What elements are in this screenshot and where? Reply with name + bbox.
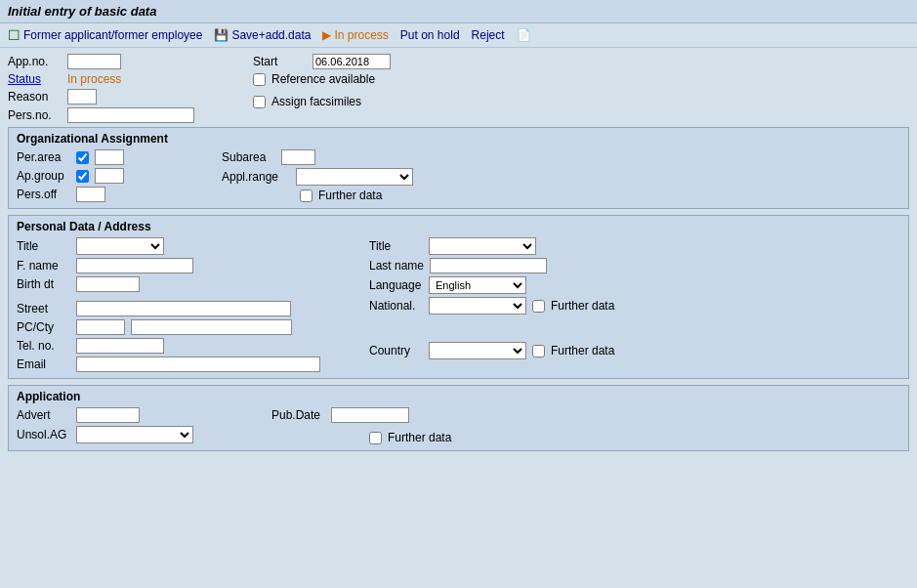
page-title: Initial entry of basic data <box>8 4 156 19</box>
further-data-app-label: Further data <box>388 431 451 444</box>
persno-label: Pers.no. <box>8 108 62 122</box>
further-data-app-row: Further data <box>369 431 451 444</box>
national-row: National. Further data <box>369 297 614 315</box>
lastname-label: Last name <box>369 259 424 273</box>
unsolag-row: Unsol.AG <box>17 426 193 443</box>
street-label: Street <box>17 302 70 315</box>
perarea-row: Per.area <box>17 149 124 165</box>
perarea-input[interactable] <box>95 149 124 165</box>
further-data-2-label: Further data <box>551 344 614 357</box>
birthdt-label: Birth dt <box>17 277 70 291</box>
pubdate-input[interactable] <box>331 407 409 423</box>
further-data-1-label: Further data <box>551 299 614 313</box>
persoff-label: Pers.off <box>17 188 70 201</box>
perarea-checkbox[interactable] <box>76 151 89 164</box>
national-label: National. <box>369 299 423 313</box>
reject-button[interactable]: Reject <box>472 28 505 42</box>
subarea-row: Subarea <box>222 149 413 165</box>
email-input[interactable] <box>76 357 320 372</box>
persoff-input[interactable] <box>76 187 105 202</box>
title-right-select[interactable] <box>429 237 536 255</box>
toolbar: ☐ Former applicant/former employee 💾 Sav… <box>0 23 917 48</box>
facsimiles-checkbox[interactable] <box>253 96 266 108</box>
perarea-label: Per.area <box>17 150 70 164</box>
facsimiles-label: Assign facsimiles <box>271 95 361 108</box>
further-data-org-label: Further data <box>318 189 382 202</box>
former-applicant-button[interactable]: ☐ Former applicant/former employee <box>8 27 202 43</box>
title-left-label: Title <box>17 239 70 253</box>
title-right-row: Title <box>369 237 614 255</box>
status-label[interactable]: Status <box>8 72 62 86</box>
language-row: Language English <box>369 276 614 294</box>
reason-input[interactable] <box>67 89 97 105</box>
fname-label: F. name <box>17 259 70 273</box>
title-left-select[interactable] <box>76 237 164 255</box>
apgroup-checkbox[interactable] <box>76 170 89 183</box>
apgroup-label: Ap.group <box>17 169 70 183</box>
further-data-1-checkbox[interactable] <box>532 300 545 313</box>
pubdate-label: Pub.Date <box>271 408 325 422</box>
street-row: Street <box>17 301 320 316</box>
reference-checkbox[interactable] <box>253 73 266 86</box>
application-section: Application Advert Unsol.AG Pub.Date <box>8 385 909 451</box>
applrange-select[interactable] <box>296 168 413 186</box>
start-input[interactable] <box>313 54 391 69</box>
street-input[interactable] <box>76 301 291 316</box>
birthdt-row: Birth dt <box>17 276 320 292</box>
document-icon: 📄 <box>517 28 531 42</box>
subarea-label: Subarea <box>222 150 275 164</box>
national-select[interactable] <box>429 297 526 315</box>
save-icon: 💾 <box>214 28 229 42</box>
start-row: Start <box>253 54 391 69</box>
main-content: App.no. Status In process Reason Pers.no… <box>0 48 917 463</box>
further-data-2-checkbox[interactable] <box>532 345 545 357</box>
further-data-app-checkbox[interactable] <box>369 432 382 444</box>
telno-label: Tel. no. <box>17 339 70 353</box>
appno-label: App.no. <box>8 55 62 68</box>
status-value: In process <box>67 72 121 86</box>
persoff-row: Pers.off <box>17 187 124 202</box>
save-add-button[interactable]: 💾 Save+add.data <box>214 28 311 42</box>
reason-row: Reason <box>8 89 194 105</box>
personal-section-title: Personal Data / Address <box>17 220 900 233</box>
lastname-input[interactable] <box>430 258 547 273</box>
advert-input[interactable] <box>76 407 140 423</box>
subarea-input[interactable] <box>281 149 315 165</box>
city-input[interactable] <box>131 319 292 335</box>
status-row: Status In process <box>8 72 194 86</box>
fname-row: F. name <box>17 258 320 273</box>
reference-label: Reference available <box>271 72 375 86</box>
application-section-title: Application <box>17 390 900 403</box>
language-select[interactable]: English <box>429 276 526 294</box>
further-data-org-row: Further data <box>300 189 413 202</box>
appno-input[interactable] <box>67 54 121 69</box>
reason-label: Reason <box>8 90 62 104</box>
title-right-label: Title <box>369 239 423 253</box>
pccity-label: PC/Cty <box>17 320 70 334</box>
inprocess-button[interactable]: ▶ In process <box>322 28 388 42</box>
persno-input[interactable] <box>67 107 194 123</box>
fname-input[interactable] <box>76 258 193 273</box>
start-label: Start <box>253 55 307 68</box>
pccity-row: PC/Cty <box>17 319 320 335</box>
email-row: Email <box>17 357 320 372</box>
applrange-label: Appl.range <box>222 170 290 184</box>
country-label: Country <box>369 344 423 357</box>
email-label: Email <box>17 357 70 371</box>
pc-input[interactable] <box>76 319 125 335</box>
personal-section: Personal Data / Address Title F. name Bi… <box>8 215 909 379</box>
country-select[interactable] <box>429 342 526 359</box>
telno-row: Tel. no. <box>17 338 320 354</box>
unsolag-select[interactable] <box>76 426 193 443</box>
facsimiles-row: Assign facsimiles <box>253 95 391 108</box>
hold-button[interactable]: Put on hold <box>400 28 460 42</box>
former-icon: ☐ <box>8 27 21 43</box>
apgroup-row: Ap.group <box>17 168 124 184</box>
inprocess-icon: ▶ <box>322 28 331 42</box>
apgroup-input[interactable] <box>95 168 124 184</box>
further-data-org-checkbox[interactable] <box>300 189 313 202</box>
persno-row: Pers.no. <box>8 107 194 123</box>
birthdt-input[interactable] <box>76 276 140 292</box>
telno-input[interactable] <box>76 338 164 354</box>
advert-row: Advert <box>17 407 193 423</box>
